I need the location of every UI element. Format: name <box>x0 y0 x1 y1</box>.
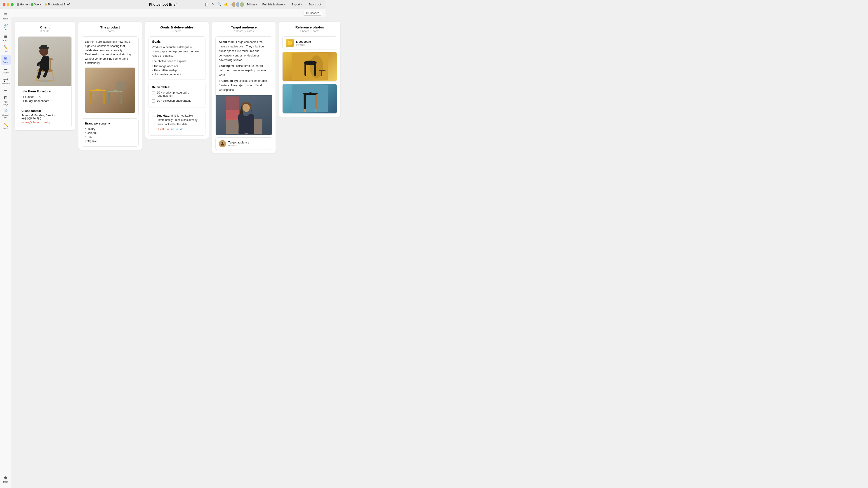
avatar <box>239 2 245 7</box>
client-column-header: Client 3 cards <box>15 22 75 34</box>
tool-draw[interactable]: ✏️ Draw <box>1 121 11 131</box>
svg-rect-12 <box>90 91 92 104</box>
svg-rect-30 <box>319 70 326 71</box>
publish-share-button[interactable]: Publish & share ▾ <box>260 2 286 7</box>
svg-rect-6 <box>50 59 51 72</box>
svg-rect-37 <box>315 109 316 112</box>
audience-column: Target audience 1 board, 2 cards About t… <box>212 22 276 153</box>
product-desc-body: Life Form are launching a new line of hi… <box>82 37 138 116</box>
breadcrumb-sep-1: › <box>29 3 30 6</box>
titlebar: Home › Work › Photoshoot Brief Photoshoo… <box>0 0 326 9</box>
tool-draw-label: Draw <box>3 127 8 130</box>
svg-rect-36 <box>304 109 306 112</box>
zoom-out-button[interactable]: Zoom out <box>307 2 323 7</box>
svg-rect-10 <box>40 45 47 49</box>
svg-rect-31 <box>321 71 322 76</box>
deliverables-body: Deliverables: 10 x product photographs (… <box>149 82 205 107</box>
moodboard-item[interactable]: 🟡 Moodboard 0 cards <box>283 37 326 49</box>
moodboard-card[interactable]: 🟡 Moodboard 0 cards <box>282 36 326 50</box>
tool-todo[interactable]: ☰ To-do <box>1 33 11 43</box>
more-icon: ··· <box>4 88 7 92</box>
brand-personality-card: Brand personality Luxury Colorful Fun Or… <box>82 119 138 147</box>
product-description-card: Life Form are launching a new line of hi… <box>82 36 138 116</box>
ref-photo-2 <box>283 84 326 113</box>
traffic-lights <box>3 3 13 6</box>
svg-rect-22 <box>240 116 252 133</box>
todo-icon: ☰ <box>4 34 7 39</box>
contact-email[interactable]: james@life-form.design <box>22 121 51 124</box>
chevron-down-icon: ▾ <box>256 3 257 6</box>
tool-upload-label: Upload file <box>2 114 10 119</box>
tool-comment[interactable]: 💬 Comment <box>1 76 11 86</box>
help-icon[interactable]: ? <box>211 2 215 6</box>
reference-column-subtitle: 1 board, 2 cards <box>282 30 326 33</box>
brand-bullet-3: Fun <box>85 135 135 139</box>
tool-upload-file[interactable]: 📄 Upload file <box>1 108 11 120</box>
tool-note[interactable]: ☰ Note <box>1 11 11 21</box>
audience-board-count: 0 cards <box>228 144 249 147</box>
tool-board-label: Board <box>3 61 8 63</box>
svg-rect-13 <box>103 91 105 104</box>
breadcrumb-home-label: Home <box>20 3 28 6</box>
board-area: Client 3 cards <box>11 17 326 183</box>
unsorted-badge[interactable]: 0 Unsorted <box>304 11 322 15</box>
product-column-title: The product <box>82 25 138 29</box>
tool-add-image[interactable]: 🖼 Add image <box>1 95 11 107</box>
svg-line-2 <box>52 70 54 80</box>
minimize-button[interactable] <box>7 3 9 6</box>
notification-icon[interactable]: 📋 <box>205 2 209 6</box>
client-column-subtitle: 3 cards <box>18 30 72 33</box>
home-icon <box>17 3 19 6</box>
audience-board-item[interactable]: Target audience 0 cards <box>216 138 272 150</box>
audience-board-label: Target audience <box>228 141 249 144</box>
fullscreen-button[interactable] <box>11 3 13 6</box>
tool-line[interactable]: ✏️ Line <box>1 44 11 54</box>
reference-column-body: 🟡 Moodboard 0 cards <box>279 34 326 117</box>
audience-column-body: About them: Large companies that have a … <box>212 34 276 153</box>
svg-rect-32 <box>291 85 326 112</box>
search-icon[interactable]: 🔍 <box>217 2 221 6</box>
link-icon: 🔗 <box>3 24 8 28</box>
tool-link[interactable]: 🔗 Link <box>1 22 11 32</box>
ref-photo-2-card <box>282 84 326 113</box>
client-name: Life Form Furniture <box>22 90 68 93</box>
goals-card: Goals Produce a beautiful catalogue of p… <box>149 36 206 80</box>
mention-tag: @Brett W <box>171 128 182 130</box>
tool-column[interactable]: ▬ Column <box>1 66 11 75</box>
due-date-tag: Due 30 Jul <box>157 128 169 130</box>
brand-bullets: Luxury Colorful Fun Organic <box>85 127 135 143</box>
contact-section: Client contact James McFadden, Director … <box>18 106 71 127</box>
close-button[interactable] <box>3 3 5 6</box>
export-button[interactable]: Export ▾ <box>290 2 304 7</box>
frustrated-bold: Frustrated by: <box>219 79 238 83</box>
reference-column-title: Reference photos <box>282 25 326 29</box>
breadcrumb-sep-2: › <box>42 3 43 6</box>
add-image-icon: 🖼 <box>4 96 7 100</box>
brand-bullet-1: Luxury <box>85 127 135 131</box>
breadcrumb-work[interactable]: Work <box>31 3 41 6</box>
breadcrumb-home[interactable]: Home <box>17 3 28 6</box>
deliverable-2-label: 10 x collection photographs <box>157 99 191 102</box>
due-date-card: Due date: (this is not flexible unfortun… <box>149 110 206 135</box>
moodboard-info: Moodboard 0 cards <box>296 40 311 46</box>
audience-board-card[interactable]: Target audience 0 cards <box>215 137 272 150</box>
checkbox-due[interactable] <box>152 113 155 117</box>
deliverable-1-item: 10 x product photographs (standalone) <box>152 91 202 97</box>
client-info-body: Life Form Furniture Founded 1972 Proudly… <box>18 86 71 106</box>
tool-more[interactable]: ··· <box>1 87 11 94</box>
checkbox-2[interactable] <box>152 99 155 103</box>
page-title: Photoshoot Brief <box>149 2 177 6</box>
bell-icon[interactable]: 🔔 <box>224 2 228 6</box>
looking-for: Looking for: office furniture that will … <box>219 64 269 77</box>
about-bold: About them: <box>219 40 236 43</box>
audience-board-info: Target audience 0 cards <box>228 141 249 147</box>
tool-board[interactable]: ⊞ Board <box>1 55 11 65</box>
capture-item-2: The craftsmanship <box>152 68 202 72</box>
audience-column-subtitle: 1 board, 2 cards <box>215 30 272 33</box>
svg-point-23 <box>221 142 223 144</box>
checkbox-1[interactable] <box>152 91 155 94</box>
deliverables-heading: Deliverables: <box>152 86 202 89</box>
editors-button[interactable]: Editors ▾ <box>246 3 257 6</box>
line-icon: ✏️ <box>3 45 8 50</box>
audience-column-title: Target audience <box>215 25 272 29</box>
